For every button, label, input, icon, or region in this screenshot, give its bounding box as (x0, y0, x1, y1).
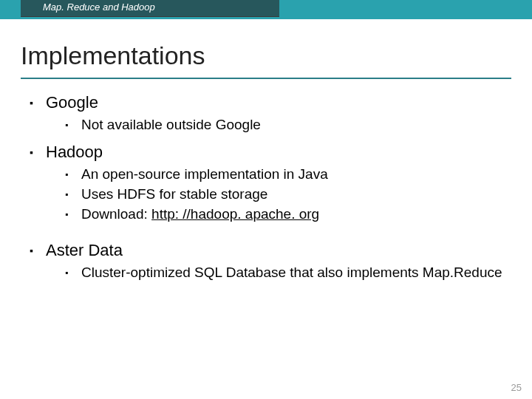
bullet-list: ▪ Google ▪ Not available outside Google … (30, 92, 502, 282)
list-item: ▪ Hadoop ▪ An open-source implementation… (30, 142, 502, 224)
bullet-icon: ▪ (30, 240, 46, 261)
bullet-icon: ▪ (65, 185, 81, 204)
bullet-icon: ▪ (65, 166, 81, 184)
list-item: ▪ Google ▪ Not available outside Google (30, 92, 502, 134)
list-item-label: Aster Data (46, 240, 123, 261)
list-item-label: Download: http: //hadoop. apache. org (81, 205, 319, 223)
list-item-label: Google (46, 92, 98, 113)
bullet-icon: ▪ (30, 142, 46, 163)
list-item: ▪ Download: http: //hadoop. apache. org (65, 205, 502, 224)
download-prefix: Download: (81, 206, 151, 222)
page-title: Implementations (21, 41, 511, 70)
bullet-icon: ▪ (65, 205, 81, 224)
download-link[interactable]: http: //hadoop. apache. org (151, 206, 319, 222)
bullet-icon: ▪ (65, 264, 81, 282)
bullet-icon: ▪ (65, 116, 81, 134)
list-item: ▪ Not available outside Google (65, 116, 502, 134)
content-body: ▪ Google ▪ Not available outside Google … (0, 79, 532, 282)
list-item-label: Uses HDFS for stable storage (81, 185, 267, 203)
bullet-icon: ▪ (30, 92, 46, 113)
header-bar: Map. Reduce and Hadoop (0, 0, 532, 19)
list-item: ▪ Cluster-optimized SQL Database that al… (65, 264, 502, 282)
list-item: ▪ Uses HDFS for stable storage (65, 185, 502, 204)
page-number: 25 (511, 382, 522, 393)
list-item-label: Not available outside Google (81, 116, 261, 134)
title-region: Implementations (0, 19, 532, 75)
list-item: ▪ Aster Data ▪ Cluster-optimized SQL Dat… (30, 240, 502, 282)
list-item-label: Hadoop (46, 142, 103, 163)
breadcrumb: Map. Reduce and Hadoop (21, 0, 279, 17)
list-item-label: Cluster-optimized SQL Database that also… (81, 264, 502, 282)
slide: Map. Reduce and Hadoop Implementations ▪… (0, 0, 532, 399)
list-item-label: An open-source implementation in Java (81, 166, 328, 183)
list-item: ▪ An open-source implementation in Java (65, 166, 502, 184)
